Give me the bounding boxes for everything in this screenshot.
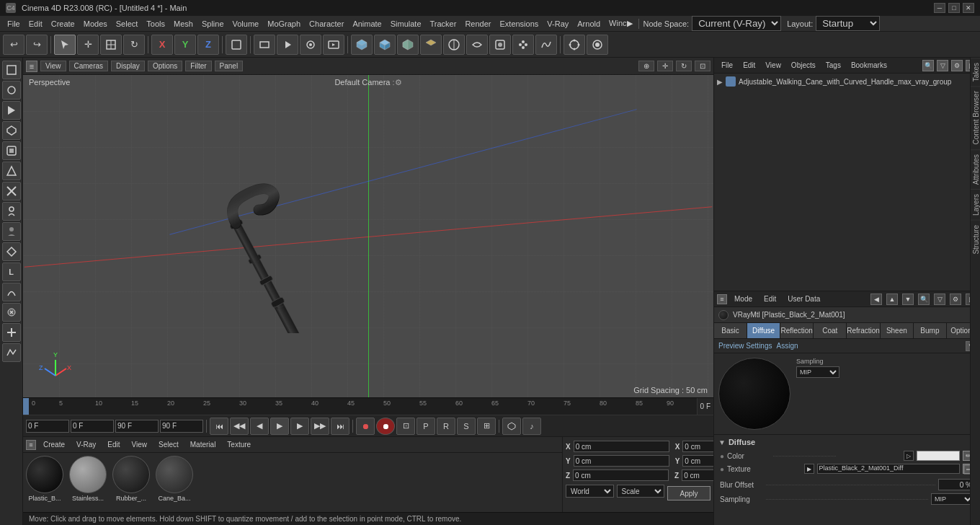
vp-nav-2[interactable]: ✛ bbox=[657, 61, 673, 71]
x-position-input[interactable] bbox=[574, 441, 669, 452]
obj-bookmarks-menu[interactable]: Bookmarks bbox=[847, 61, 891, 70]
props-search-icon[interactable]: 🔍 bbox=[918, 294, 930, 305]
tab-takes[interactable]: Takes bbox=[971, 58, 980, 86]
cube-persp-btn[interactable] bbox=[351, 35, 373, 55]
maximize-button[interactable]: □ bbox=[948, 3, 960, 13]
diffuse-expand-icon[interactable]: ▼ bbox=[718, 438, 726, 446]
tab-content-browser[interactable]: Content Browser bbox=[971, 86, 980, 149]
tab-structure[interactable]: Structure bbox=[971, 220, 980, 259]
color-toggle-btn[interactable]: ▷ bbox=[904, 451, 914, 461]
world-dropdown[interactable]: World bbox=[566, 485, 614, 498]
left-tool-4[interactable] bbox=[2, 141, 21, 160]
obj-view-menu[interactable]: View bbox=[761, 61, 785, 70]
tab-coat[interactable]: Coat bbox=[814, 323, 847, 338]
vp-nav-3[interactable]: ↻ bbox=[676, 61, 692, 71]
color-swatch[interactable] bbox=[917, 451, 960, 461]
menu-volume[interactable]: Volume bbox=[228, 18, 264, 30]
vp-cameras-menu[interactable]: Cameras bbox=[69, 61, 109, 71]
goto-end-button[interactable]: ⏭ bbox=[331, 418, 349, 435]
props-user-data-menu[interactable]: User Data bbox=[783, 294, 824, 304]
field-btn[interactable] bbox=[489, 35, 511, 55]
menu-tracker[interactable]: Tracker bbox=[426, 18, 461, 30]
settings-icon[interactable]: ⚙ bbox=[951, 60, 963, 71]
tab-reflection[interactable]: Reflection bbox=[780, 323, 814, 338]
tab-refraction[interactable]: Refraction bbox=[847, 323, 881, 338]
3d-viewport[interactable]: X Y Z Perspective Default Camera :⚙ Grid… bbox=[23, 75, 713, 397]
vp-panel-menu[interactable]: Panel bbox=[215, 61, 244, 71]
menu-character[interactable]: Character bbox=[305, 18, 348, 30]
mat-select-menu[interactable]: Select bbox=[154, 440, 183, 449]
cube-top-btn[interactable] bbox=[420, 35, 442, 55]
tab-layers[interactable]: Layers bbox=[971, 189, 980, 220]
left-tool-10[interactable] bbox=[2, 283, 21, 301]
object-expand-arrow[interactable]: ▶ bbox=[717, 78, 723, 86]
left-tool-12[interactable] bbox=[2, 323, 21, 342]
mat-vray-menu[interactable]: V-Ray bbox=[72, 440, 100, 449]
tab-diffuse[interactable]: Diffuse bbox=[747, 323, 780, 338]
timeline-expand-btn[interactable] bbox=[502, 418, 521, 435]
left-tool-8[interactable] bbox=[2, 222, 21, 241]
material-item-3[interactable]: Cane_Ba... bbox=[156, 456, 193, 509]
max-frame-input[interactable] bbox=[160, 420, 203, 433]
vp-nav-1[interactable]: ⊕ bbox=[638, 61, 654, 71]
object-tree-content[interactable]: ▶ Adjustable_Walking_Cane_with_Curved_Ha… bbox=[714, 74, 980, 291]
props-back-btn[interactable]: ◀ bbox=[870, 294, 882, 305]
tab-sheen[interactable]: Sheen bbox=[881, 323, 914, 338]
play-button[interactable]: ▶ bbox=[270, 418, 289, 435]
start-frame-input[interactable] bbox=[26, 420, 69, 433]
material-item-1[interactable]: Stainless... bbox=[69, 456, 107, 509]
prev-frame-button[interactable]: ◀◀ bbox=[230, 418, 249, 435]
props-down-btn[interactable]: ▼ bbox=[902, 294, 914, 305]
props-menu-icon[interactable]: ≡ bbox=[717, 294, 727, 304]
undo-button[interactable]: ↩ bbox=[3, 35, 24, 55]
node-space-select[interactable]: Current (V-Ray) bbox=[692, 16, 781, 31]
props-settings-icon[interactable]: ⚙ bbox=[950, 294, 961, 305]
left-tool-1[interactable] bbox=[2, 61, 21, 79]
cube-front-btn[interactable] bbox=[374, 35, 396, 55]
current-frame-input[interactable] bbox=[71, 420, 114, 433]
props-filter-icon[interactable]: ▽ bbox=[934, 294, 945, 305]
y-axis-button[interactable]: Y bbox=[174, 35, 196, 55]
motion-record-btn[interactable]: ⊡ bbox=[396, 418, 415, 435]
z-axis-button[interactable]: Z bbox=[197, 35, 219, 55]
sampling-select[interactable]: MIP bbox=[796, 366, 839, 378]
assign-link[interactable]: Assign bbox=[776, 342, 798, 350]
menu-vray[interactable]: V-Ray bbox=[543, 18, 573, 30]
texture-toggle-btn[interactable]: ▶ bbox=[804, 464, 814, 474]
left-tool-11[interactable] bbox=[2, 303, 21, 322]
move-tool-button[interactable]: ✛ bbox=[77, 35, 99, 55]
material-btn[interactable] bbox=[443, 35, 465, 55]
vp-view-menu[interactable]: View bbox=[40, 61, 66, 71]
mat-view-menu[interactable]: View bbox=[127, 440, 151, 449]
menu-edit[interactable]: Edit bbox=[24, 18, 47, 30]
tab-basic[interactable]: Basic bbox=[714, 323, 747, 338]
left-tool-l[interactable]: L bbox=[2, 262, 21, 281]
left-tool-7[interactable] bbox=[2, 202, 21, 221]
y-position-input[interactable] bbox=[574, 455, 669, 467]
redo-button[interactable]: ↪ bbox=[26, 35, 48, 55]
left-tool-2[interactable] bbox=[2, 81, 21, 100]
sampling-value-select[interactable]: MIP bbox=[931, 493, 974, 505]
left-tool-13[interactable] bbox=[2, 343, 21, 362]
props-forward-btn[interactable]: ▲ bbox=[886, 294, 898, 305]
vp-display-menu[interactable]: Display bbox=[111, 61, 145, 71]
menu-select[interactable]: Select bbox=[112, 18, 143, 30]
filter-icon[interactable]: ▽ bbox=[937, 60, 948, 71]
timeline-numbers[interactable]: 0 5 10 15 20 25 30 35 40 45 50 55 60 65 … bbox=[23, 398, 697, 415]
object-tool[interactable] bbox=[226, 35, 247, 55]
end-frame-input[interactable] bbox=[115, 420, 159, 433]
rot-key-btn[interactable]: R bbox=[437, 418, 455, 435]
prev-keyframe-button[interactable]: ◀ bbox=[250, 418, 269, 435]
deformer-btn[interactable] bbox=[466, 35, 488, 55]
left-tool-arrow[interactable] bbox=[2, 101, 21, 120]
menu-file[interactable]: File bbox=[3, 18, 24, 30]
props-mode-menu[interactable]: Mode bbox=[730, 294, 757, 304]
pos-key-btn[interactable]: P bbox=[416, 418, 435, 435]
goto-start-button[interactable]: ⏮ bbox=[210, 418, 228, 435]
close-button[interactable]: ✕ bbox=[963, 3, 974, 13]
menu-winc[interactable]: Winc▶ bbox=[605, 17, 636, 30]
camera-settings-icon[interactable]: :⚙ bbox=[393, 78, 402, 87]
obj-objects-menu[interactable]: Objects bbox=[787, 61, 820, 70]
cube-side-btn[interactable] bbox=[397, 35, 419, 55]
rotate-tool-button[interactable]: ↻ bbox=[123, 35, 145, 55]
